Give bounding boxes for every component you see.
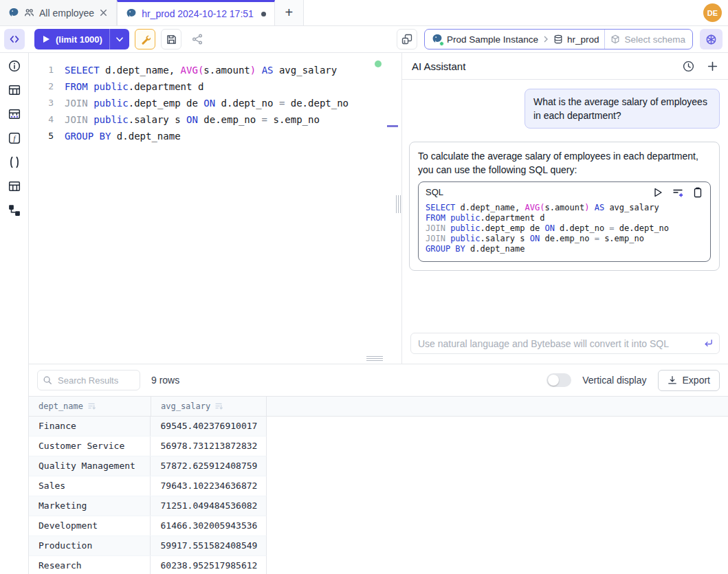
code-line: JOIN public.salary s ON de.emp_no = s.em… [426, 234, 703, 244]
download-icon [668, 375, 677, 385]
ai-prompt-input[interactable] [410, 333, 720, 354]
share-sheet-button[interactable] [187, 29, 208, 49]
table-row[interactable]: Research60238.952517985612 [29, 556, 267, 574]
schema-cube-icon [610, 34, 620, 44]
insert-into-editor-icon[interactable] [672, 187, 683, 198]
code-line: GROUP BY d.dept_name [426, 244, 703, 254]
functions-icon[interactable]: f [8, 132, 21, 144]
column-header-filler [267, 397, 728, 416]
database-icon [553, 34, 563, 44]
format-sql-button[interactable] [135, 29, 155, 49]
table-cell: Development [29, 516, 151, 536]
line-number: 5 [29, 128, 54, 144]
table-cell: 59917.551582408549 [151, 536, 266, 555]
table-row[interactable]: Sales79643.102234636872 [29, 476, 267, 496]
toggle-knob [548, 375, 559, 386]
new-chat-plus-icon[interactable] [707, 60, 718, 72]
horizontal-resize-handle[interactable] [366, 356, 383, 361]
code-line: 4JOIN public.salary s ON de.emp_no = s.e… [29, 111, 401, 128]
status-ok-dot [439, 41, 444, 46]
sql-editor-app: All employee hr_prod 2024-10-12 17:51 + … [0, 0, 728, 574]
connection-healthy-dot [375, 60, 382, 67]
group-icon [24, 8, 34, 18]
sort-icon[interactable] [88, 403, 96, 410]
schema-diagram-icon[interactable] [8, 204, 21, 217]
table-row[interactable]: Finance69545.402376910017 [29, 417, 267, 437]
chevron-right-icon [542, 36, 549, 43]
table-row[interactable]: Development61466.302005943536 [29, 516, 267, 536]
user-avatar[interactable]: DE [703, 3, 722, 22]
table-cell: 79643.102234636872 [151, 476, 266, 496]
save-sheet-button[interactable] [161, 29, 181, 49]
user-message-bubble: What is the average salary of employees … [525, 89, 720, 129]
table-row[interactable]: Production59917.551582408549 [29, 536, 267, 556]
ai-assistant-button[interactable] [700, 29, 723, 49]
panel-layout-button[interactable] [397, 29, 417, 49]
close-icon[interactable] [99, 8, 108, 17]
new-tab-button[interactable]: + [275, 0, 304, 25]
run-query-button[interactable]: (limit 1000) [34, 29, 129, 49]
wrench-icon [140, 34, 151, 45]
table-row[interactable]: Marketing71251.049484536082 [29, 496, 267, 516]
sql-editor[interactable]: 1SELECT d.dept_name, AVG(s.amount) AS av… [29, 53, 401, 364]
line-number: 4 [29, 111, 54, 128]
export-label: Export [683, 375, 710, 386]
results-toolbar: 9 rows Vertical display Export [29, 364, 728, 396]
svg-text:f: f [13, 135, 16, 142]
sort-icon[interactable] [215, 403, 223, 410]
sql-code[interactable]: 1SELECT d.dept_name, AVG(s.amount) AS av… [29, 53, 401, 144]
run-sql-icon[interactable] [652, 187, 663, 198]
openai-icon [705, 34, 717, 45]
tab-all-employee[interactable]: All employee [0, 0, 117, 25]
schema-placeholder[interactable]: Select schema [624, 34, 685, 45]
results-table-header: dept_name avg_salary [29, 396, 728, 417]
enter-return-icon[interactable] [703, 338, 714, 349]
tab-bar: All employee hr_prod 2024-10-12 17:51 + [0, 0, 728, 26]
column-label: dept_name [38, 401, 83, 411]
line-number: 1 [29, 62, 54, 78]
tables-icon[interactable] [8, 84, 21, 96]
toolbar-right-group: Prod Sample Instance hr_prod Select sche… [397, 29, 723, 49]
code-line: 5GROUP BY d.dept_name [29, 128, 401, 144]
sql-block-label: SQL [426, 186, 643, 199]
overview-ruler-cursor [387, 125, 398, 127]
views-icon[interactable] [8, 180, 21, 192]
divider [604, 30, 605, 49]
line-number: 2 [29, 78, 54, 95]
run-options-caret[interactable] [109, 29, 129, 49]
sql-block-code: SELECT d.dept_name, AVG(s.amount) AS avg… [419, 199, 710, 261]
copy-clipboard-icon[interactable] [692, 187, 703, 198]
table-cell: 69545.402376910017 [151, 417, 266, 436]
instance-name: Prod Sample Instance [447, 34, 538, 45]
code-line: 2FROM public.department d [29, 78, 401, 95]
search-results-input[interactable] [37, 370, 140, 390]
sql-code-block: SQL SELECT d.dept_name, AVG(s.amount) AS… [418, 181, 711, 262]
worksheet-code-button[interactable] [4, 29, 25, 49]
editor-sidebar: f [0, 53, 29, 574]
unsaved-dot-icon [261, 12, 266, 16]
code-line: FROM public.department d [426, 213, 703, 223]
info-icon[interactable] [8, 60, 21, 72]
code-line: 1SELECT d.dept_name, AVG(s.amount) AS av… [29, 62, 401, 78]
column-header-avg-salary[interactable]: avg_salary [151, 397, 267, 416]
panels-icon [401, 34, 412, 45]
column-header-dept-name[interactable]: dept_name [29, 397, 151, 416]
tab-label: hr_prod 2024-10-12 17:51 [142, 8, 254, 19]
vertical-display-toggle[interactable] [547, 373, 571, 387]
vertical-display-label: Vertical display [582, 375, 646, 386]
procedures-icon[interactable] [8, 156, 21, 168]
table-cell: Production [29, 536, 151, 555]
table-cell: Marketing [29, 496, 151, 516]
connection-breadcrumb[interactable]: Prod Sample Instance hr_prod Select sche… [424, 29, 693, 49]
table-row[interactable]: Quality Management57872.625912408759 [29, 456, 267, 476]
table-row[interactable]: Customer Service56978.731213872832 [29, 437, 267, 456]
results-panel: 9 rows Vertical display Export dept_name… [29, 364, 728, 574]
external-tables-icon[interactable] [8, 108, 21, 120]
table-cell: 56978.731213872832 [151, 437, 266, 456]
run-label: (limit 1000) [56, 34, 102, 45]
export-button[interactable]: Export [658, 370, 720, 391]
table-cell: Research [29, 556, 151, 574]
vertical-resize-handle[interactable] [396, 195, 401, 213]
tab-hr-prod[interactable]: hr_prod 2024-10-12 17:51 [117, 0, 275, 25]
history-clock-icon[interactable] [683, 60, 694, 72]
